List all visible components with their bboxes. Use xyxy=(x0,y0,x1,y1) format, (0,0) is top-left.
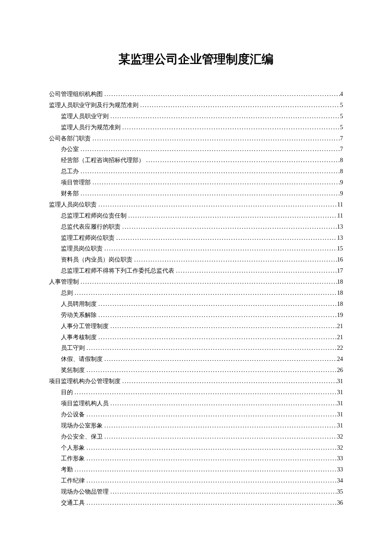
toc-entry-page: 9 xyxy=(340,177,343,188)
toc-leader-dots: ........................................… xyxy=(103,431,337,442)
toc-leader-dots: ........................................… xyxy=(127,210,337,221)
toc-entry-page: 15 xyxy=(337,243,343,254)
toc-entry: 办公安全、保卫.................................… xyxy=(49,431,343,442)
toc-entry: 经营部（工程咨询招标代理部）..........................… xyxy=(49,155,343,166)
toc-entry-text: 目的 xyxy=(61,387,73,398)
toc-entry-text: 经营部（工程咨询招标代理部） xyxy=(61,155,144,166)
toc-entry-page: 5 xyxy=(340,122,343,133)
toc-entry: 人员聘用制度..................................… xyxy=(49,299,343,310)
toc-entry-text: 公司管理组织机构图 xyxy=(49,89,103,100)
toc-entry-text: 办公安全、保卫 xyxy=(61,431,103,442)
toc-leader-dots: ........................................… xyxy=(73,288,337,299)
toc-entry-text: 劳动关系解除 xyxy=(61,310,97,321)
toc-entry: 个人形象....................................… xyxy=(49,442,343,453)
toc-entry-text: 公司各部门职责 xyxy=(49,133,91,144)
toc-leader-dots: ........................................… xyxy=(85,442,337,453)
toc-leader-dots: ........................................… xyxy=(79,188,340,199)
toc-entry: 人事分工管理制度................................… xyxy=(49,321,343,332)
toc-leader-dots: ........................................… xyxy=(79,144,340,155)
toc-entry: 监理人员行为规范准则..............................… xyxy=(49,122,343,133)
toc-leader-dots: ........................................… xyxy=(121,221,337,232)
toc-entry: 项目监理机构办公管理制度............................… xyxy=(49,376,343,387)
toc-entry: 办公室.....................................… xyxy=(49,144,343,155)
toc-entry-text: 资料员（内业员）岗位职责 xyxy=(61,254,133,265)
toc-entry-text: 员工守则 xyxy=(61,343,85,354)
toc-entry-text: 人员聘用制度 xyxy=(61,299,97,310)
toc-entry-page: 31 xyxy=(337,409,343,420)
toc-entry-page: 7 xyxy=(340,133,343,144)
toc-entry-page: 36 xyxy=(337,497,343,509)
toc-leader-dots: ........................................… xyxy=(144,155,340,166)
toc-entry-text: 工作纪律 xyxy=(61,475,85,486)
toc-entry-page: 33 xyxy=(337,453,343,464)
toc-entry: 项目监理机构人员................................… xyxy=(49,398,343,409)
toc-leader-dots: ........................................… xyxy=(109,486,337,497)
toc-entry-page: 18 xyxy=(337,276,343,288)
toc-entry: 监理人员职业守则及行为规范准则.........................… xyxy=(49,100,343,111)
toc-entry-page: 11 xyxy=(337,199,343,210)
toc-entry-page: 32 xyxy=(337,431,343,442)
toc-entry-text: 总工办 xyxy=(61,166,79,177)
toc-leader-dots: ........................................… xyxy=(91,133,340,144)
toc-entry-page: 16 xyxy=(337,254,343,265)
toc-leader-dots: ........................................… xyxy=(97,299,337,310)
toc-entry: 人事管理制...................................… xyxy=(49,276,343,288)
toc-entry: 考勤......................................… xyxy=(49,464,343,475)
toc-entry-text: 项目监理机构办公管理制度 xyxy=(49,376,121,387)
toc-entry: 目的......................................… xyxy=(49,387,343,398)
toc-entry-page: 17 xyxy=(337,265,343,276)
toc-entry-page: 26 xyxy=(337,365,343,376)
toc-entry: 员工守则....................................… xyxy=(49,343,343,354)
toc-entry-text: 现场办公物品管理 xyxy=(61,486,109,497)
toc-leader-dots: ........................................… xyxy=(115,232,337,244)
toc-leader-dots: ........................................… xyxy=(174,265,337,276)
toc-entry: 总监代表应履行的职责..............................… xyxy=(49,221,343,232)
toc-entry-text: 项目管理部 xyxy=(61,177,91,188)
toc-entry-page: 7 xyxy=(340,144,343,155)
toc-leader-dots: ........................................… xyxy=(79,276,337,288)
toc-entry: 劳动关系解除..................................… xyxy=(49,310,343,321)
toc-entry-page: 5 xyxy=(340,100,343,111)
toc-leader-dots: ........................................… xyxy=(121,376,337,387)
toc-entry-text: 交通工具 xyxy=(61,497,85,509)
table-of-contents: 公司管理组织机构图...............................… xyxy=(49,89,343,509)
toc-entry: 监理工程师岗位职责...............................… xyxy=(49,232,343,244)
toc-entry: 总工办.....................................… xyxy=(49,166,343,177)
toc-entry-text: 监理员岗位职责 xyxy=(61,243,103,254)
toc-entry-page: 13 xyxy=(337,232,343,244)
toc-entry-page: 35 xyxy=(337,486,343,497)
toc-leader-dots: ........................................… xyxy=(73,387,337,398)
toc-entry-page: 8 xyxy=(340,155,343,166)
toc-leader-dots: ........................................… xyxy=(97,332,337,343)
toc-leader-dots: ........................................… xyxy=(97,310,337,321)
toc-entry: 公司各部门职责.................................… xyxy=(49,133,343,144)
toc-entry: 公司管理组织机构图...............................… xyxy=(49,89,343,100)
toc-entry-page: 21 xyxy=(337,321,343,332)
toc-entry-text: 办公室 xyxy=(61,144,79,155)
toc-entry-page: 24 xyxy=(337,354,343,365)
toc-entry: 总监理工程师岗位责任制.............................… xyxy=(49,210,343,221)
toc-leader-dots: ........................................… xyxy=(138,100,340,111)
toc-entry-page: 34 xyxy=(337,475,343,486)
toc-entry-text: 个人形象 xyxy=(61,442,85,453)
toc-entry-text: 考勤 xyxy=(61,464,73,475)
toc-entry: 监理员岗位职责.................................… xyxy=(49,243,343,254)
toc-entry-page: 8 xyxy=(340,166,343,177)
toc-entry-page: 18 xyxy=(337,299,343,310)
toc-leader-dots: ........................................… xyxy=(103,243,337,254)
toc-entry-text: 总监代表应履行的职责 xyxy=(61,221,121,232)
toc-leader-dots: ........................................… xyxy=(85,453,337,464)
toc-entry-text: 人事管理制 xyxy=(49,276,79,288)
toc-entry-text: 现场办公室形象 xyxy=(61,420,103,431)
toc-entry-page: 19 xyxy=(337,310,343,321)
toc-leader-dots: ........................................… xyxy=(73,464,337,475)
toc-entry-page: 21 xyxy=(337,332,343,343)
toc-entry-text: 办公设备 xyxy=(61,409,85,420)
toc-entry-text: 总监理工程师不得将下列工作委托总监代表 xyxy=(61,265,174,276)
toc-entry-text: 人事分工管理制度 xyxy=(61,321,109,332)
toc-entry-page: 31 xyxy=(337,398,343,409)
toc-leader-dots: ........................................… xyxy=(103,89,340,100)
toc-leader-dots: ........................................… xyxy=(121,122,340,133)
toc-entry-text: 总则 xyxy=(61,288,73,299)
toc-entry-page: 9 xyxy=(340,188,343,199)
